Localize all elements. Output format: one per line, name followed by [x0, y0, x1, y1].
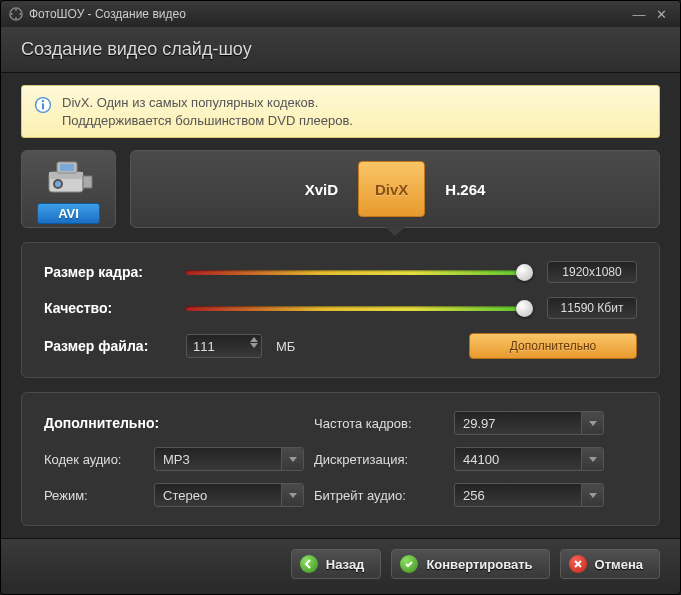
- chevron-down-icon: [281, 484, 303, 506]
- svg-point-12: [55, 181, 61, 187]
- svg-point-1: [15, 9, 17, 11]
- check-icon: [400, 555, 418, 573]
- avi-label: AVI: [37, 203, 100, 224]
- spinner-down-icon[interactable]: [250, 343, 258, 348]
- convert-button[interactable]: Конвертировать: [391, 549, 549, 579]
- frame-size-slider[interactable]: [186, 270, 533, 275]
- chevron-down-icon: [281, 448, 303, 470]
- codec-pointer-icon: [385, 227, 405, 236]
- close-icon: [569, 555, 587, 573]
- page-title: Создание видео слайд-шоу: [21, 39, 252, 59]
- svg-point-3: [15, 17, 17, 19]
- info-line2: Подддерживается большинством DVD плееров…: [62, 112, 353, 130]
- quality-value: 11590 Кбит: [547, 297, 637, 319]
- slider-thumb[interactable]: [516, 300, 533, 317]
- codec-selector: XviD DivX H.264: [130, 150, 660, 228]
- codec-divx[interactable]: DivX: [358, 161, 425, 217]
- mode-label: Режим:: [44, 488, 154, 503]
- footer: Назад Конвертировать Отмена: [1, 538, 680, 589]
- svg-point-4: [11, 13, 13, 15]
- mode-select[interactable]: Стерео: [154, 483, 304, 507]
- format-avi-tile[interactable]: AVI: [21, 150, 116, 228]
- info-banner: DivX. Один из самых популярных кодеков. …: [21, 85, 660, 138]
- app-window: ФотоШОУ - Создание видео — ✕ Создание ви…: [0, 0, 681, 595]
- svg-rect-13: [83, 176, 92, 188]
- fps-label: Частота кадров:: [314, 416, 454, 431]
- svg-rect-8: [42, 103, 44, 109]
- close-button[interactable]: ✕: [650, 5, 672, 23]
- svg-point-2: [19, 13, 21, 15]
- advanced-panel: Дополнительно: Частота кадров: 29.97 Код…: [21, 392, 660, 526]
- audio-codec-select[interactable]: MP3: [154, 447, 304, 471]
- audio-bitrate-label: Битрейт аудио:: [314, 488, 454, 503]
- file-size-value: 111: [193, 339, 215, 354]
- sample-rate-select[interactable]: 44100: [454, 447, 604, 471]
- info-line1: DivX. Один из самых популярных кодеков.: [62, 94, 353, 112]
- audio-bitrate-select[interactable]: 256: [454, 483, 604, 507]
- frame-size-label: Размер кадра:: [44, 264, 172, 280]
- sample-rate-label: Дискретизация:: [314, 452, 454, 467]
- quality-label: Качество:: [44, 300, 172, 316]
- spinner-up-icon[interactable]: [250, 337, 258, 342]
- file-size-spinner[interactable]: 111: [186, 334, 262, 358]
- titlebar: ФотоШОУ - Создание видео — ✕: [1, 1, 680, 27]
- svg-point-7: [42, 100, 44, 102]
- svg-rect-15: [60, 164, 74, 171]
- camcorder-icon: [43, 158, 95, 196]
- window-title: ФотоШОУ - Создание видео: [29, 7, 186, 21]
- fps-select[interactable]: 29.97: [454, 411, 604, 435]
- cancel-button[interactable]: Отмена: [560, 549, 660, 579]
- codec-h264[interactable]: H.264: [429, 161, 501, 217]
- back-button[interactable]: Назад: [291, 549, 382, 579]
- page-header: Создание видео слайд-шоу: [1, 27, 680, 73]
- codec-xvid[interactable]: XviD: [289, 161, 354, 217]
- advanced-title: Дополнительно:: [44, 415, 314, 431]
- quality-slider[interactable]: [186, 306, 533, 311]
- chevron-down-icon: [581, 412, 603, 434]
- advanced-button[interactable]: Дополнительно: [469, 333, 637, 359]
- arrow-left-icon: [300, 555, 318, 573]
- audio-codec-label: Кодек аудио:: [44, 452, 154, 467]
- chevron-down-icon: [581, 484, 603, 506]
- minimize-button[interactable]: —: [628, 5, 650, 23]
- slider-thumb[interactable]: [516, 264, 533, 281]
- file-size-label: Размер файла:: [44, 338, 172, 354]
- app-icon: [9, 7, 23, 21]
- frame-size-value: 1920x1080: [547, 261, 637, 283]
- file-size-unit: МБ: [276, 339, 295, 354]
- chevron-down-icon: [581, 448, 603, 470]
- main-settings-panel: Размер кадра: 1920x1080 Качество: 11590 …: [21, 242, 660, 378]
- info-icon: [34, 96, 52, 114]
